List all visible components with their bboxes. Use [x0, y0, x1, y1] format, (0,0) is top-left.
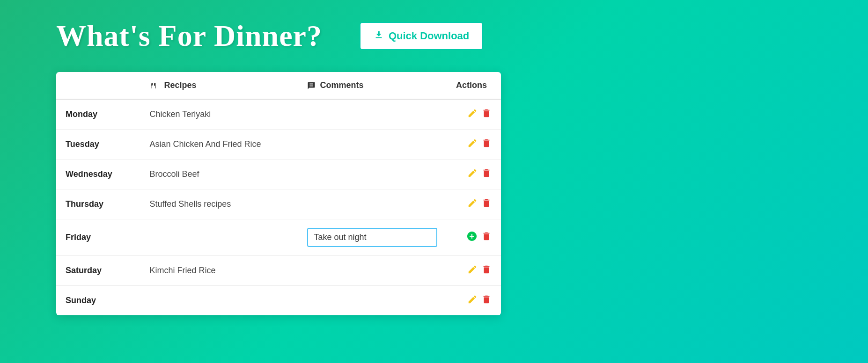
day-cell: Tuesday — [56, 130, 140, 160]
recipe-cell — [140, 219, 298, 256]
table-row: WednesdayBroccoli Beef — [56, 160, 501, 189]
recipes-col-label: Recipes — [164, 80, 196, 90]
day-cell: Wednesday — [56, 160, 140, 189]
col-comments: Comments — [298, 72, 447, 99]
day-cell: Monday — [56, 99, 140, 130]
comment-cell — [298, 99, 447, 130]
comments-col-label: Comments — [320, 80, 363, 90]
recipe-text: Chicken Teriyaki — [149, 109, 211, 119]
day-cell: Thursday — [56, 189, 140, 219]
actions-cell — [447, 189, 501, 219]
recipe-cell: Kimchi Fried Rice — [140, 256, 298, 286]
comment-cell[interactable] — [298, 219, 447, 256]
comment-cell — [298, 189, 447, 219]
utensils-icon — [149, 80, 161, 90]
comment-cell — [298, 160, 447, 189]
table-body: MondayChicken TeriyakiTuesdayAsian Chick… — [56, 99, 501, 315]
day-label: Tuesday — [66, 139, 99, 149]
day-label: Saturday — [66, 266, 102, 275]
comment-cell — [298, 286, 447, 316]
actions-cell — [447, 286, 501, 316]
action-icons — [456, 264, 492, 277]
day-label: Thursday — [66, 199, 103, 209]
page-header: What's For Dinner? Quick Download — [56, 19, 483, 53]
delete-icon[interactable] — [481, 264, 492, 277]
action-icons — [456, 138, 492, 151]
quick-download-button[interactable]: Quick Download — [360, 22, 483, 50]
table-row: Sunday — [56, 286, 501, 316]
day-cell: Sunday — [56, 286, 140, 316]
table-row: Friday — [56, 219, 501, 256]
edit-icon[interactable] — [467, 264, 478, 277]
table-row: TuesdayAsian Chicken And Fried Rice — [56, 130, 501, 160]
delete-icon[interactable] — [481, 198, 492, 211]
actions-cell — [447, 160, 501, 189]
table-row: MondayChicken Teriyaki — [56, 99, 501, 130]
action-icons — [456, 231, 492, 244]
delete-icon[interactable] — [481, 168, 492, 181]
recipe-text: Broccoli Beef — [149, 169, 199, 179]
actions-cell — [447, 99, 501, 130]
edit-icon[interactable] — [467, 108, 478, 121]
delete-icon[interactable] — [481, 138, 492, 151]
day-cell: Saturday — [56, 256, 140, 286]
recipe-text: Asian Chicken And Fried Rice — [149, 139, 261, 149]
recipe-text: Stuffed Shells recipes — [149, 199, 231, 209]
table-row: ThursdayStuffed Shells recipes — [56, 189, 501, 219]
table-row: SaturdayKimchi Fried Rice — [56, 256, 501, 286]
action-icons — [456, 168, 492, 181]
col-day — [56, 72, 140, 99]
recipe-cell — [140, 286, 298, 316]
day-label: Wednesday — [66, 169, 112, 179]
actions-cell — [447, 256, 501, 286]
comment-cell — [298, 256, 447, 286]
action-icons — [456, 108, 492, 121]
day-label: Sunday — [66, 296, 96, 305]
action-icons — [456, 198, 492, 211]
actions-col-label: Actions — [456, 80, 487, 90]
col-actions: Actions — [447, 72, 501, 99]
page-title: What's For Dinner? — [56, 19, 322, 53]
day-label: Monday — [66, 109, 97, 119]
day-label: Friday — [66, 232, 91, 242]
comment-cell — [298, 130, 447, 160]
edit-icon[interactable] — [467, 168, 478, 181]
recipe-cell: Chicken Teriyaki — [140, 99, 298, 130]
recipe-cell: Stuffed Shells recipes — [140, 189, 298, 219]
chat-icon — [307, 80, 320, 90]
delete-icon[interactable] — [481, 294, 492, 307]
recipe-cell: Asian Chicken And Fried Rice — [140, 130, 298, 160]
delete-icon[interactable] — [481, 108, 492, 121]
quick-download-label: Quick Download — [389, 30, 469, 42]
delete-icon[interactable] — [481, 231, 492, 244]
add-icon[interactable] — [466, 231, 478, 244]
recipe-text: Kimchi Fried Rice — [149, 266, 215, 275]
edit-icon[interactable] — [467, 294, 478, 307]
recipe-cell: Broccoli Beef — [140, 160, 298, 189]
actions-cell — [447, 219, 501, 256]
day-cell: Friday — [56, 219, 140, 256]
edit-icon[interactable] — [467, 198, 478, 211]
action-icons — [456, 294, 492, 307]
edit-icon[interactable] — [467, 138, 478, 151]
table-header-row: Recipes Comments Actions — [56, 72, 501, 99]
col-recipes: Recipes — [140, 72, 298, 99]
actions-cell — [447, 130, 501, 160]
comment-input[interactable] — [307, 228, 437, 247]
dinner-table-container: Recipes Comments Actions MondayChicken T… — [56, 72, 501, 315]
dinner-table: Recipes Comments Actions MondayChicken T… — [56, 72, 501, 315]
download-icon — [374, 29, 384, 43]
